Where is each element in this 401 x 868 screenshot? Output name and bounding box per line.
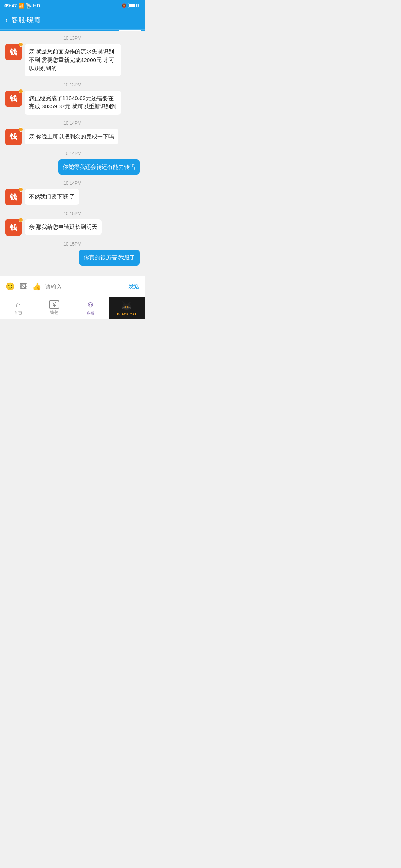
- nav-blackcat[interactable]: BLACK CAT: [109, 297, 145, 319]
- message-bubble-3: 亲 你晚上可以把剩余的完成一下吗: [25, 129, 118, 145]
- timestamp-6: 10:15PM: [5, 211, 140, 216]
- message-group-5: 10:14PM钱不然我们要下班 了: [5, 181, 140, 205]
- nav-wallet-label: 钱包: [50, 310, 58, 315]
- battery-icon: 88: [128, 3, 140, 8]
- status-bar: 09:47 📶 📡 HD 🔕 88: [0, 0, 145, 10]
- image-icon[interactable]: 🖼: [19, 282, 28, 291]
- timestamp-5: 10:14PM: [5, 181, 140, 186]
- nav-home-label: 首页: [14, 310, 22, 316]
- header: ‹ 客服-晓霞: [0, 10, 145, 30]
- svg-point-4: [125, 306, 126, 308]
- nav-wallet[interactable]: ¥ 钱包: [36, 297, 73, 319]
- message-bubble-2: 您已经完成了11640.63元还需要在完成 30359.37元 就可以重新识别到: [25, 91, 121, 115]
- message-input[interactable]: [45, 283, 125, 290]
- input-bar: 🙂 🖼 👍 发送: [0, 276, 145, 297]
- avatar-badge: [19, 187, 23, 192]
- timestamp-2: 10:13PM: [5, 82, 140, 88]
- timestamp-7: 10:15PM: [5, 241, 140, 247]
- time: 09:47: [4, 3, 17, 9]
- avatar-badge: [19, 89, 23, 93]
- tab-indicator-bar: [119, 30, 141, 31]
- avatar-badge: [19, 42, 23, 47]
- msg-row-2: 钱您已经完成了11640.63元还需要在完成 30359.37元 就可以重新识别…: [5, 91, 140, 115]
- nav-service[interactable]: ☺ 客服: [72, 297, 109, 319]
- blackcat-logo: [120, 300, 133, 311]
- msg-row-6: 钱亲 那我给您申请延长到明天: [5, 219, 140, 236]
- msg-row-3: 钱亲 你晚上可以把剩余的完成一下吗: [5, 129, 140, 145]
- back-button[interactable]: ‹: [5, 15, 8, 25]
- like-icon[interactable]: 👍: [32, 282, 42, 291]
- message-bubble-6: 亲 那我给您申请延长到明天: [25, 219, 102, 235]
- nav-home[interactable]: ⌂ 首页: [0, 297, 36, 319]
- mute-icon: 🔕: [121, 3, 127, 8]
- message-group-1: 10:13PM钱亲 就是您前面操作的流水失误识别不到 需要您重新完成42000元…: [5, 36, 140, 76]
- status-right: 🔕 88: [121, 3, 140, 8]
- svg-point-3: [124, 306, 129, 310]
- wallet-icon: ¥: [49, 300, 59, 309]
- home-icon: ⌂: [16, 300, 20, 309]
- message-group-6: 10:15PM钱亲 那我给您申请延长到明天: [5, 211, 140, 236]
- message-bubble-4: 你觉得我还会转还有能力转吗: [58, 159, 140, 175]
- avatar-badge: [19, 127, 23, 132]
- message-group-4: 10:14PM你觉得我还会转还有能力转吗: [5, 151, 140, 175]
- message-group-2: 10:13PM钱您已经完成了11640.63元还需要在完成 30359.37元 …: [5, 82, 140, 115]
- service-icon: ☺: [87, 300, 95, 309]
- status-left: 09:47 📶 📡 HD: [4, 3, 40, 9]
- message-bubble-1: 亲 就是您前面操作的流水失误识别不到 需要您重新完成42000元 才可以识别到的: [25, 44, 121, 76]
- chat-area: 10:13PM钱亲 就是您前面操作的流水失误识别不到 需要您重新完成42000元…: [0, 31, 145, 276]
- message-bubble-5: 不然我们要下班 了: [25, 189, 79, 205]
- timestamp-4: 10:14PM: [5, 151, 140, 156]
- svg-marker-7: [129, 301, 131, 303]
- msg-row-5: 钱不然我们要下班 了: [5, 189, 140, 205]
- message-bubble-7: 你真的很厉害 我服了: [79, 250, 140, 266]
- avatar: 钱: [5, 91, 22, 107]
- msg-row-4: 你觉得我还会转还有能力转吗: [5, 159, 140, 175]
- avatar: 钱: [5, 44, 22, 60]
- message-group-7: 10:15PM你真的很厉害 我服了: [5, 241, 140, 266]
- avatar: 钱: [5, 219, 22, 236]
- nav-service-label: 客服: [87, 310, 95, 316]
- svg-marker-6: [122, 301, 125, 303]
- header-title: 客服-晓霞: [12, 16, 40, 24]
- svg-point-5: [127, 306, 129, 308]
- message-group-3: 10:14PM钱亲 你晚上可以把剩余的完成一下吗: [5, 121, 140, 145]
- wifi-icon: 📡: [26, 3, 32, 9]
- nav-blackcat-label: BLACK CAT: [117, 312, 136, 316]
- send-button[interactable]: 发送: [128, 283, 140, 290]
- timestamp-3: 10:14PM: [5, 121, 140, 126]
- input-icons: 🙂 🖼 👍: [5, 282, 42, 291]
- timestamp-1: 10:13PM: [5, 36, 140, 41]
- avatar-badge: [19, 218, 23, 222]
- avatar: 钱: [5, 129, 22, 145]
- signal-icon: 📶: [18, 3, 24, 9]
- hd-label: HD: [33, 3, 40, 9]
- msg-row-1: 钱亲 就是您前面操作的流水失误识别不到 需要您重新完成42000元 才可以识别到…: [5, 44, 140, 76]
- emoji-icon[interactable]: 🙂: [5, 282, 15, 291]
- avatar: 钱: [5, 189, 22, 205]
- msg-row-7: 你真的很厉害 我服了: [5, 250, 140, 266]
- bottom-nav: ⌂ 首页 ¥ 钱包 ☺ 客服 BLACK CAT: [0, 297, 145, 319]
